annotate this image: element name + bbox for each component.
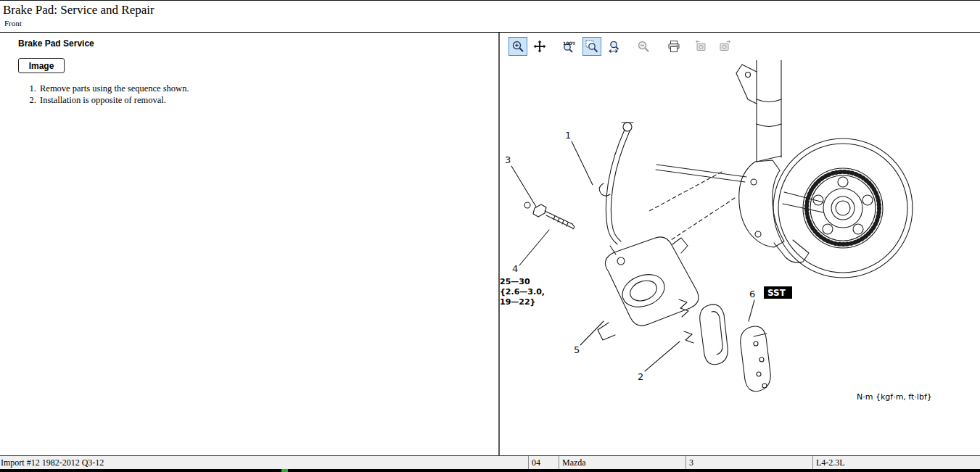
status-make: Mazda [559, 456, 685, 469]
title-bar: Brake Pad: Service and Repair Front [0, 1, 980, 33]
instruction-step: Remove parts using the sequence shown. [38, 83, 490, 95]
instruction-step: Installation is opposite of removal. [38, 95, 490, 107]
brake-caliper [598, 237, 699, 340]
zoom-horizontal-icon [608, 40, 621, 53]
taskbar-indicator [281, 469, 288, 472]
brake-hose [599, 123, 633, 244]
zoom-out-icon [637, 40, 650, 53]
page-subtitle: Front [3, 19, 980, 28]
callout-4: 4 [512, 263, 518, 274]
caliper-bolt [524, 202, 575, 229]
pad-retainer-clips [679, 299, 693, 343]
status-code: 04 [528, 456, 559, 469]
pan-icon [533, 40, 546, 53]
section-heading: Brake Pad Service [18, 38, 490, 49]
diagram-pane: 100% [500, 33, 980, 455]
callout-5: 5 [574, 344, 580, 355]
zoom-100-icon: 100% [562, 40, 575, 53]
callout-numbers: 1 2 3 4 5 6 [505, 130, 755, 382]
diagram-labels: 25—30 {2.6—3.0, 19—22} SST N·m {kgf·m, f… [500, 277, 932, 402]
zoom-horizontal-button[interactable] [605, 37, 624, 56]
zoom-in-icon [511, 40, 524, 53]
diagram-canvas: 1 2 3 4 5 6 25—30 {2.6—3.0, 19—22} SST N… [500, 60, 980, 455]
callout-6: 6 [749, 289, 755, 299]
torque-spec-line3: 19—22} [500, 297, 535, 307]
callout-2: 2 [638, 371, 643, 382]
callout-leader-lines [511, 141, 754, 371]
assembly-guide-lines [649, 165, 746, 240]
pan-button[interactable] [530, 37, 549, 56]
status-count: 3 [685, 456, 812, 469]
torque-spec-line1: 25—30 [500, 277, 530, 286]
status-dataset: Import #12 1982-2012 Q3-12 [0, 456, 528, 469]
zoom-100-button[interactable]: 100% [559, 37, 578, 56]
page-title: Brake Pad: Service and Repair [3, 3, 980, 17]
brake-pads [700, 305, 770, 392]
previous-image-button[interactable] [692, 37, 711, 56]
status-bar: Import #12 1982-2012 Q3-12 04 Mazda 3 L4… [0, 455, 980, 469]
app-window: Brake Pad: Service and Repair Front Brak… [0, 0, 980, 472]
units-note: N·m {kgf·m, ft·lbf} [857, 392, 932, 402]
svg-text:100%: 100% [563, 41, 575, 46]
zoom-out-button[interactable] [634, 37, 653, 56]
strut-assembly [736, 60, 781, 162]
status-engine: L4-2.3L [812, 456, 980, 469]
brake-assembly-diagram[interactable]: 1 2 3 4 5 6 25—30 {2.6—3.0, 19—22} SST N… [500, 60, 979, 455]
viewer-toolbar: 100% [500, 33, 980, 60]
next-image-button[interactable] [715, 37, 734, 56]
print-icon [667, 40, 680, 53]
zoom-in-button[interactable] [508, 37, 527, 56]
next-image-icon [718, 40, 731, 53]
instruction-list: Remove parts using the sequence shown. I… [18, 83, 490, 106]
brake-rotor [773, 138, 913, 278]
article-pane: Brake Pad Service Image Remove parts usi… [0, 33, 498, 455]
zoom-selection-button[interactable] [582, 37, 601, 56]
callout-3: 3 [505, 154, 511, 165]
image-button[interactable]: Image [18, 58, 65, 73]
callout-1: 1 [565, 130, 571, 141]
torque-spec-line2: {2.6—3.0, [500, 287, 545, 297]
print-button[interactable] [664, 37, 683, 56]
main-split: Brake Pad Service Image Remove parts usi… [0, 33, 980, 455]
taskbar-edge [0, 469, 980, 472]
sst-label: SST [767, 288, 786, 298]
previous-image-icon [695, 40, 708, 53]
zoom-selection-icon [585, 40, 598, 53]
